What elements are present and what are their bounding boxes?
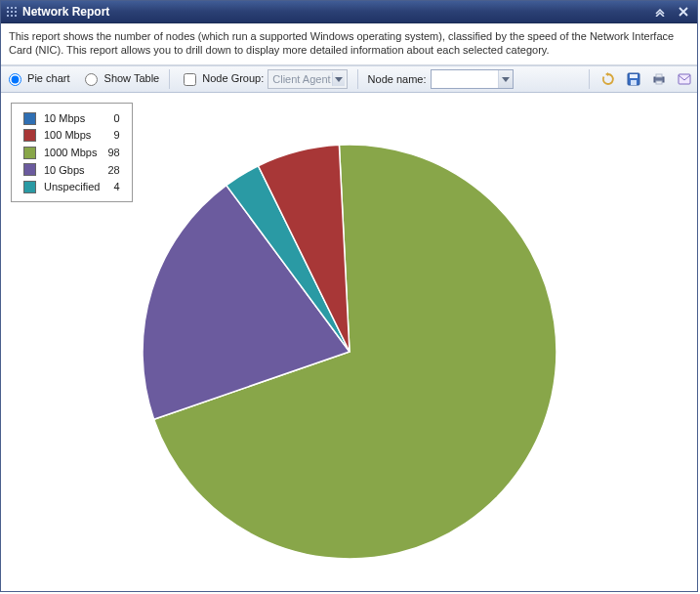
- node-name-filter: Node name:: [368, 69, 514, 89]
- node-group-checkbox[interactable]: Node Group:: [180, 72, 264, 86]
- show-table-label: Show Table: [104, 72, 160, 84]
- pie-chart-label: Pie chart: [27, 72, 69, 84]
- svg-rect-0: [7, 7, 9, 9]
- node-group-checkbox-input[interactable]: [184, 73, 196, 86]
- svg-rect-7: [11, 15, 13, 17]
- toolbar-separator: [589, 69, 590, 89]
- window-titlebar: Network Report: [1, 1, 697, 23]
- save-icon[interactable]: [625, 70, 642, 88]
- node-name-combobox[interactable]: [431, 69, 514, 89]
- svg-rect-11: [631, 80, 637, 85]
- legend-swatch: [23, 129, 36, 142]
- svg-rect-14: [656, 81, 662, 84]
- chart-area: 10 Mbps0100 Mbps91000 Mbps9810 Gbps28Uns…: [1, 93, 697, 591]
- legend-label: Unspecified: [40, 178, 103, 195]
- svg-rect-4: [11, 11, 13, 13]
- pie-chart-radio-input[interactable]: [9, 73, 21, 86]
- node-name-input[interactable]: [432, 70, 498, 88]
- show-table-radio-input[interactable]: [85, 73, 98, 86]
- titlebar-grip-icon: [7, 7, 17, 17]
- legend-label: 100 Mbps: [40, 127, 103, 145]
- legend-value: 0: [103, 109, 123, 127]
- chevron-down-icon[interactable]: [498, 70, 513, 88]
- legend-label: 10 Mbps: [40, 109, 103, 127]
- close-icon[interactable]: [676, 4, 691, 20]
- svg-rect-2: [15, 7, 17, 9]
- legend-item: 10 Mbps0: [20, 109, 124, 127]
- pie-chart: [135, 137, 564, 567]
- legend-label: 1000 Mbps: [40, 144, 103, 161]
- window-title: Network Report: [22, 5, 109, 19]
- svg-rect-5: [15, 11, 17, 13]
- svg-rect-8: [15, 15, 17, 17]
- pie-chart-radio[interactable]: Pie chart: [5, 72, 69, 86]
- legend-value: 98: [103, 144, 123, 161]
- legend-swatch: [23, 181, 36, 193]
- svg-rect-13: [656, 74, 662, 77]
- chevron-down-icon: [332, 72, 345, 86]
- show-table-radio[interactable]: Show Table: [81, 72, 159, 86]
- legend-swatch: [23, 163, 36, 176]
- svg-rect-15: [679, 74, 690, 84]
- svg-rect-6: [7, 15, 9, 17]
- toolbar-separator: [169, 69, 170, 89]
- legend-label: 10 Gbps: [40, 161, 103, 179]
- chart-legend: 10 Mbps0100 Mbps91000 Mbps9810 Gbps28Uns…: [11, 103, 133, 202]
- node-group-value: Client Agent: [272, 73, 330, 85]
- node-group-label: Node Group:: [202, 72, 264, 84]
- collapse-icon[interactable]: [652, 4, 668, 20]
- toolbar-separator: [357, 69, 358, 89]
- legend-item: 1000 Mbps98: [20, 144, 124, 161]
- legend-item: 10 Gbps28: [20, 161, 124, 179]
- legend-item: Unspecified4: [20, 178, 124, 195]
- print-icon[interactable]: [650, 70, 668, 88]
- legend-value: 4: [103, 178, 123, 195]
- node-group-filter: Node Group: Client Agent: [180, 69, 347, 89]
- refresh-icon[interactable]: [599, 70, 617, 88]
- svg-rect-3: [7, 11, 9, 13]
- svg-rect-1: [11, 7, 13, 9]
- report-toolbar: Pie chart Show Table Node Group: Client …: [1, 65, 697, 93]
- legend-value: 9: [103, 127, 123, 145]
- report-description: This report shows the number of nodes (w…: [1, 23, 697, 65]
- node-name-label: Node name:: [368, 73, 427, 85]
- legend-value: 28: [103, 161, 123, 179]
- legend-swatch: [23, 112, 36, 125]
- legend-item: 100 Mbps9: [20, 127, 124, 145]
- report-window: Network Report This report shows the num…: [0, 0, 698, 592]
- legend-swatch: [23, 147, 36, 159]
- svg-rect-10: [630, 74, 638, 78]
- view-mode-group: Pie chart Show Table: [5, 72, 159, 86]
- node-group-select: Client Agent: [268, 69, 347, 89]
- email-icon[interactable]: [676, 70, 693, 88]
